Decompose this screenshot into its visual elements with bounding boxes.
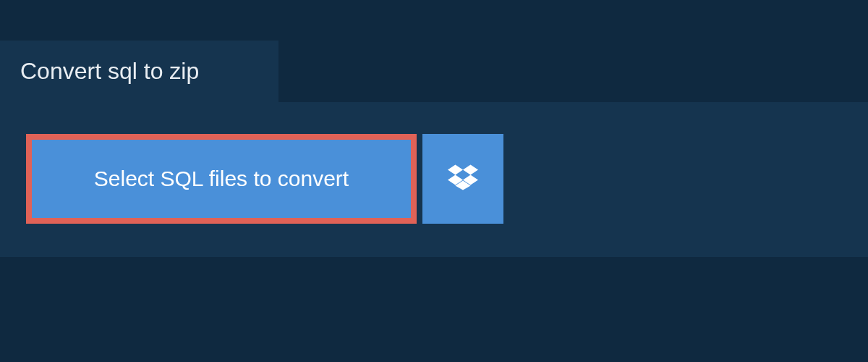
dropbox-icon	[448, 162, 478, 195]
dropbox-button[interactable]	[422, 134, 503, 224]
select-files-label: Select SQL files to convert	[94, 167, 349, 191]
upload-panel: Select SQL files to convert	[0, 102, 868, 257]
upload-row: Select SQL files to convert	[26, 134, 842, 224]
tab-title: Convert sql to zip	[0, 41, 278, 102]
select-files-button[interactable]: Select SQL files to convert	[26, 134, 417, 224]
tab-title-text: Convert sql to zip	[20, 58, 199, 84]
